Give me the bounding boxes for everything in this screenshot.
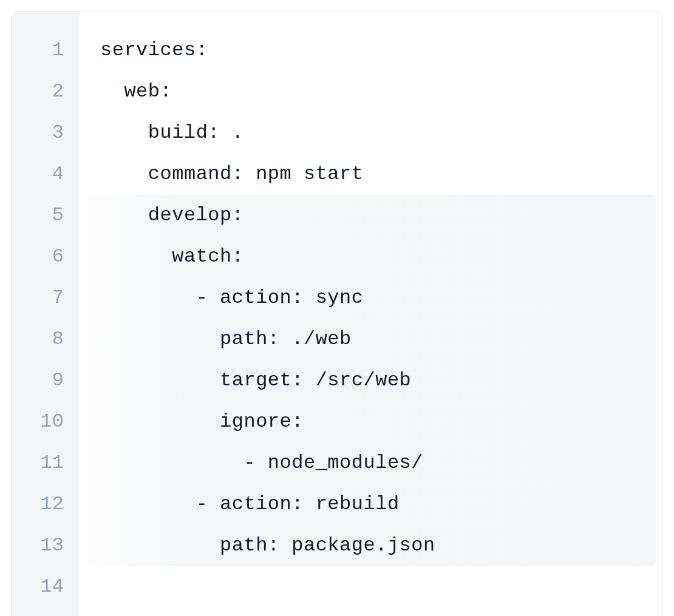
code-line: watch: (100, 236, 650, 277)
code-line: path: ./web (100, 319, 650, 360)
code-line: ignore: (100, 401, 650, 442)
line-number: 9 (12, 360, 80, 401)
code-area[interactable]: services: web: build: . command: npm sta… (80, 12, 662, 616)
line-number: 3 (12, 112, 80, 154)
line-number: 13 (12, 525, 80, 566)
code-text: watch: (100, 245, 243, 268)
line-number: 11 (12, 442, 80, 484)
code-text: - action: rebuild (100, 493, 400, 515)
code-line: web: (100, 71, 650, 112)
code-text: services: (100, 39, 208, 61)
line-number: 7 (12, 277, 80, 319)
line-number: 14 (12, 566, 80, 608)
code-text: path: package.json (100, 534, 435, 557)
code-line: build: . (100, 112, 650, 154)
line-number: 12 (12, 484, 80, 525)
line-number: 1 (12, 30, 80, 71)
code-line: command: npm start (100, 154, 650, 195)
code-line (100, 566, 650, 608)
line-number: 6 (12, 236, 80, 277)
code-line: - action: rebuild (100, 484, 650, 525)
line-number: 10 (12, 401, 80, 442)
code-text: ignore: (100, 410, 304, 433)
code-text: path: ./web (100, 328, 352, 350)
code-line: services: (100, 30, 650, 71)
code-line: path: package.json (100, 525, 650, 566)
code-line: develop: (100, 195, 650, 236)
code-block: 1 2 3 4 5 6 7 8 9 10 11 12 13 14 service… (11, 11, 663, 616)
code-text: develop: (100, 204, 243, 226)
code-text: build: . (100, 121, 243, 144)
line-number: 2 (12, 71, 80, 112)
code-line: - node_modules/ (100, 442, 650, 484)
line-number: 5 (12, 195, 80, 236)
code-line: target: /src/web (100, 360, 650, 401)
code-text: command: npm start (100, 163, 363, 185)
code-text: - action: sync (100, 286, 363, 309)
code-text: - node_modules/ (100, 452, 423, 474)
code-line: - action: sync (100, 277, 650, 319)
line-number-gutter: 1 2 3 4 5 6 7 8 9 10 11 12 13 14 (12, 12, 80, 616)
code-text: target: /src/web (100, 369, 411, 391)
code-text: web: (100, 80, 172, 103)
line-number: 4 (12, 154, 80, 195)
line-number: 8 (12, 319, 80, 360)
